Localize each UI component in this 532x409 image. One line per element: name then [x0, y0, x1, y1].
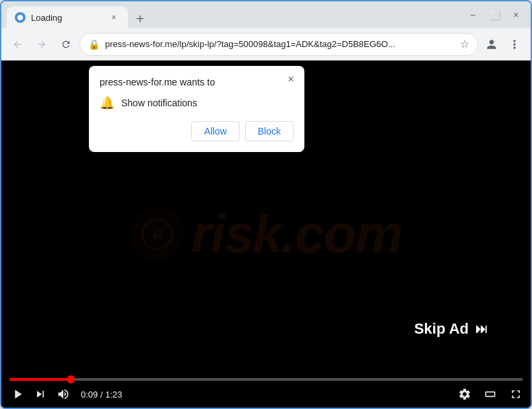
- skip-ad-label: Skip Ad: [414, 320, 469, 338]
- profile-icon[interactable]: [481, 34, 502, 55]
- svg-text:R: R: [154, 228, 162, 241]
- fullscreen-button[interactable]: [509, 387, 523, 401]
- progress-fill: [9, 378, 71, 381]
- watermark: R risk.com: [130, 203, 401, 265]
- window-controls: − ⬜ ×: [463, 5, 525, 24]
- controls-row: 0:09 / 1:23: [9, 386, 523, 402]
- video-controls: 0:09 / 1:23: [1, 370, 531, 408]
- tab-favicon: [15, 12, 26, 23]
- active-tab[interactable]: Loading ×: [7, 7, 128, 28]
- permission-text: Show notifications: [121, 98, 197, 108]
- bookmark-icon[interactable]: ☆: [460, 38, 469, 50]
- time-display: 0:09 / 1:23: [81, 389, 122, 400]
- play-button[interactable]: [9, 386, 26, 402]
- settings-button[interactable]: [458, 387, 471, 401]
- volume-button[interactable]: [55, 386, 71, 402]
- tab-title: Loading: [31, 13, 102, 23]
- watermark-logo: R: [130, 207, 184, 261]
- popup-close-button[interactable]: ×: [283, 71, 299, 87]
- progress-bar[interactable]: [9, 378, 523, 381]
- bell-icon: 🔔: [100, 96, 114, 110]
- time-current: 0:09: [81, 389, 98, 400]
- close-button[interactable]: ×: [506, 5, 525, 24]
- omnibox[interactable]: 🔒 press-news-for.me/lp/skip-lp/?tag=5000…: [79, 33, 478, 56]
- title-bar: Loading × + − ⬜ ×: [1, 1, 531, 28]
- maximize-button[interactable]: ⬜: [485, 5, 504, 24]
- theater-mode-button[interactable]: [484, 387, 497, 401]
- next-button[interactable]: [32, 386, 48, 402]
- lock-icon: 🔒: [88, 39, 100, 50]
- minimize-button[interactable]: −: [463, 5, 482, 24]
- allow-button[interactable]: Allow: [191, 121, 239, 141]
- url-text: press-news-for.me/lp/skip-lp/?tag=500098…: [105, 39, 452, 49]
- forward-button[interactable]: [31, 34, 53, 55]
- popup-permission-row: 🔔 Show notifications: [100, 96, 294, 110]
- popup-title: press-news-for.me wants to: [100, 77, 294, 87]
- page-content: R risk.com Skip Ad ⏭: [1, 61, 531, 408]
- reload-button[interactable]: [55, 34, 77, 55]
- new-tab-button[interactable]: +: [131, 9, 149, 28]
- popup-buttons: Allow Block: [100, 121, 294, 141]
- time-total: 1:23: [105, 389, 122, 400]
- browser-window: Loading × + − ⬜ × 🔒 press-news-for.me/lp…: [0, 0, 532, 409]
- watermark-text: risk.com: [191, 203, 401, 265]
- progress-dot: [67, 375, 75, 383]
- skip-ad-icon: ⏭: [475, 322, 488, 336]
- block-button[interactable]: Block: [245, 121, 294, 141]
- back-button[interactable]: [7, 34, 28, 55]
- notification-popup: × press-news-for.me wants to 🔔 Show noti…: [89, 66, 304, 152]
- toolbar-icons: [481, 34, 525, 55]
- tab-area: Loading × +: [7, 1, 458, 28]
- address-bar: 🔒 press-news-for.me/lp/skip-lp/?tag=5000…: [1, 28, 531, 61]
- tab-close-button[interactable]: ×: [108, 11, 120, 24]
- menu-icon[interactable]: [504, 34, 525, 55]
- skip-ad-button[interactable]: Skip Ad ⏭: [398, 311, 504, 347]
